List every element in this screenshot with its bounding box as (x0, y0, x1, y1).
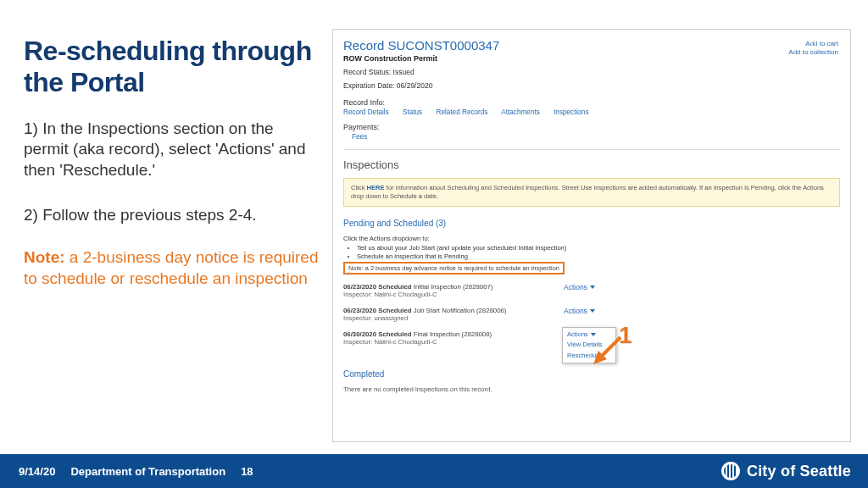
completed-text: There are no completed inspections on th… (343, 385, 840, 393)
row1-title: Initial Inspection (2828007) (414, 283, 493, 291)
record-info-tabs: Record Details Status Related Records At… (343, 108, 840, 116)
note-label: Note: (24, 248, 65, 266)
reschedule-item[interactable]: Reschedule (563, 350, 615, 361)
instr-bullet-2: Schedule an inspection that is Pending (357, 252, 840, 260)
actions-popup-header[interactable]: Actions (563, 330, 615, 339)
footer-date: 9/14/20 (19, 465, 55, 478)
divider (343, 149, 840, 150)
row3-title: Final Inspection (2828008) (414, 330, 492, 338)
row1-inspector: Inspector: Nalini-c Chodagudi-C (343, 291, 840, 298)
record-status: Record Status: Issued (343, 68, 840, 76)
inspection-row: 06/23/2020 Scheduled Initial Inspection … (343, 283, 840, 298)
step-2-text: 2) Follow the previous steps 2-4. (24, 205, 320, 226)
footer-city: City of Seattle (721, 462, 851, 480)
view-details-item[interactable]: View Details (563, 339, 615, 350)
row2-status: Scheduled (378, 307, 411, 314)
row2-date: 06/23/2020 (343, 307, 376, 314)
tab-status[interactable]: Status (403, 108, 422, 116)
instr-lead: Click the Actions dropdown to: (343, 235, 840, 242)
advance-notice-highlight: Note: a 2 business day advance notice is… (343, 262, 565, 274)
fees-link[interactable]: Fees (352, 133, 840, 141)
note-body: a 2-business day notice is required to s… (24, 248, 318, 287)
step-1-text: 1) In the Inspections section on the per… (24, 119, 320, 181)
info-here-link[interactable]: HERE (367, 184, 385, 191)
actions-popup: Actions View Details Reschedule (562, 327, 616, 363)
row3-status: Scheduled (378, 330, 411, 338)
tab-inspections[interactable]: Inspections (554, 108, 588, 116)
footer-dept: Department of Transportation (70, 465, 225, 478)
left-column: Re-scheduling through the Portal 1) In t… (24, 36, 320, 290)
actions-dropdown[interactable]: Actions (564, 307, 595, 315)
city-name: City of Seattle (747, 463, 851, 480)
tab-attachments[interactable]: Attachments (501, 108, 540, 116)
row1-status: Scheduled (378, 283, 411, 291)
record-id: SUCONST0000347 (388, 38, 500, 53)
row2-title: Job Start Notification (2828006) (414, 307, 507, 314)
info-banner: Click HERE for information about Schedul… (343, 178, 840, 207)
footer-bar: 9/14/20 Department of Transportation 18 … (0, 454, 868, 488)
inspection-row: 06/23/2020 Scheduled Job Start Notificat… (343, 307, 840, 322)
inspection-row: 06/30/2020 Scheduled Final Inspection (2… (343, 330, 840, 346)
record-subtitle: ROW Construction Permit (343, 54, 840, 63)
row1-date: 06/23/2020 (343, 283, 376, 291)
record-prefix: Record (343, 38, 388, 53)
top-right-links: Add to cart Add to collection (788, 40, 838, 58)
record-expiration: Expiration Date: 06/29/2020 (343, 81, 840, 90)
instr-bullet-1: Tell us about your Job Start (and update… (357, 244, 840, 252)
add-to-cart-link[interactable]: Add to cart (788, 40, 838, 48)
add-to-collection-link[interactable]: Add to collection (788, 48, 838, 57)
info-prefix: Click (351, 184, 367, 191)
slide: Re-scheduling through the Portal 1) In t… (0, 0, 868, 488)
inspections-header: Inspections (343, 158, 840, 171)
info-rest: for information about Scheduling and Sch… (351, 184, 824, 200)
pending-header: Pending and Scheduled (3) (343, 219, 840, 228)
note-text: Note: a 2-business day notice is require… (24, 247, 320, 289)
row2-inspector: Inspector: unassigned (343, 314, 840, 322)
record-title: Record SUCONST0000347 (343, 38, 840, 53)
completed-header: Completed (343, 369, 840, 379)
slide-title: Re-scheduling through the Portal (24, 36, 320, 98)
actions-instructions: Click the Actions dropdown to: Tell us a… (343, 235, 840, 274)
record-info-label: Record Info: (343, 98, 840, 107)
footer-page: 18 (241, 465, 253, 478)
payments-label: Payments: (343, 123, 840, 131)
portal-screenshot: Add to cart Add to collection Record SUC… (332, 29, 851, 442)
tab-record-details[interactable]: Record Details (343, 108, 389, 116)
actions-dropdown[interactable]: Actions (564, 283, 595, 291)
callout-number-1: 1 (619, 322, 632, 349)
city-seal-icon (721, 462, 740, 480)
row3-date: 06/30/2020 (343, 330, 376, 338)
tab-related-records[interactable]: Related Records (436, 108, 487, 116)
